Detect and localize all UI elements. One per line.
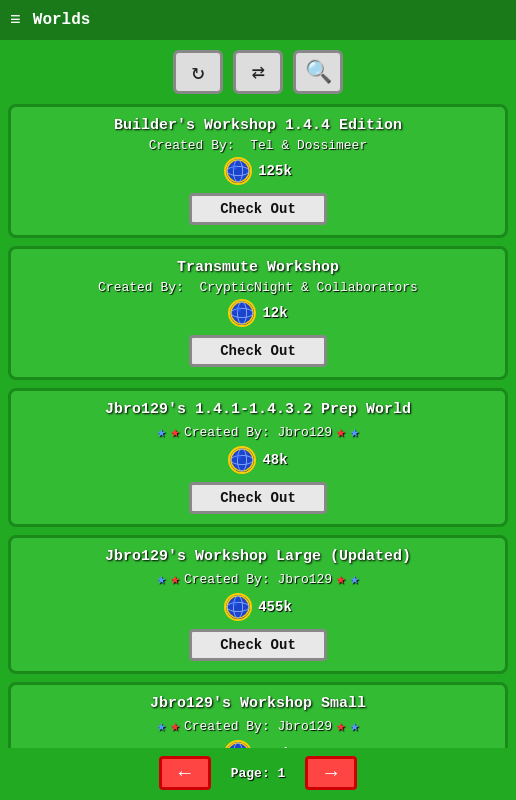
next-page-button[interactable]: →: [305, 756, 357, 790]
star-red-5a: ★: [170, 716, 180, 736]
prev-page-button[interactable]: ←: [159, 756, 211, 790]
star-blue-5b: ★: [350, 716, 360, 736]
header-bar: ≡ Worlds: [0, 0, 516, 40]
star-red-4b: ★: [336, 569, 346, 589]
search-button[interactable]: 🔍: [293, 50, 343, 94]
world-size-row-3: 48k: [228, 446, 287, 474]
star-row-4: ★ ★ Created By: Jbro129 ★ ★: [157, 569, 360, 589]
star-blue-4a: ★: [157, 569, 167, 589]
checkout-button-3[interactable]: Check Out: [189, 482, 327, 514]
star-blue-3a: ★: [157, 422, 167, 442]
svg-point-11: [236, 454, 242, 460]
world-title-3: Jbro129's 1.4.1-1.4.3.2 Prep World: [105, 401, 411, 418]
menu-icon[interactable]: ≡: [10, 10, 21, 30]
star-red-3b: ★: [336, 422, 346, 442]
world-creator-2: Created By: CrypticNight & Collaborators: [98, 280, 418, 295]
globe-icon-4: [224, 593, 252, 621]
prev-arrow-icon: ←: [179, 762, 191, 785]
world-size-4: 455k: [258, 599, 292, 615]
world-size-3: 48k: [262, 452, 287, 468]
world-creator-3: Created By: Jbro129: [184, 425, 332, 440]
world-title-5: Jbro129's Workshop Small: [150, 695, 366, 712]
star-red-3a: ★: [170, 422, 180, 442]
checkout-button-1[interactable]: Check Out: [189, 193, 327, 225]
world-card-3: Jbro129's 1.4.1-1.4.3.2 Prep World ★ ★ C…: [8, 388, 508, 527]
world-title-4: Jbro129's Workshop Large (Updated): [105, 548, 411, 565]
world-card-1: Builder's Workshop 1.4.4 Edition Created…: [8, 104, 508, 238]
world-card-4: Jbro129's Workshop Large (Updated) ★ ★ C…: [8, 535, 508, 674]
star-red-5b: ★: [336, 716, 346, 736]
svg-point-3: [232, 165, 238, 171]
world-size-2: 12k: [262, 305, 287, 321]
globe-svg-5: [226, 741, 250, 748]
page-label: Page: 1: [231, 766, 286, 781]
globe-icon-1: [224, 157, 252, 185]
globe-icon-2: [228, 299, 256, 327]
world-size-row-2: 12k: [228, 299, 287, 327]
world-list: Builder's Workshop 1.4.4 Edition Created…: [0, 100, 516, 748]
star-blue-5a: ★: [157, 716, 167, 736]
shuffle-button[interactable]: ⇄: [233, 50, 283, 94]
checkout-button-4[interactable]: Check Out: [189, 629, 327, 661]
svg-point-7: [236, 307, 242, 313]
world-creator-1: Created By: Tel & Dossimeer: [149, 138, 367, 153]
toolbar: ↻ ⇄ 🔍: [0, 40, 516, 100]
globe-svg-3: [230, 447, 254, 473]
svg-point-15: [232, 601, 238, 607]
globe-svg-1: [226, 158, 250, 184]
world-creator-4: Created By: Jbro129: [184, 572, 332, 587]
world-size-1: 125k: [258, 163, 292, 179]
refresh-button[interactable]: ↻: [173, 50, 223, 94]
svg-point-0: [227, 160, 249, 182]
star-row-5: ★ ★ Created By: Jbro129 ★ ★: [157, 716, 360, 736]
shuffle-icon: ⇄: [251, 59, 264, 86]
refresh-icon: ↻: [191, 59, 204, 86]
app-title: Worlds: [33, 11, 91, 29]
globe-icon-3: [228, 446, 256, 474]
star-row-3: ★ ★ Created By: Jbro129 ★ ★: [157, 422, 360, 442]
svg-point-8: [231, 449, 253, 471]
checkout-button-2[interactable]: Check Out: [189, 335, 327, 367]
world-size-row-5: 126k: [224, 740, 292, 748]
svg-point-12: [227, 596, 249, 618]
world-creator-5: Created By: Jbro129: [184, 719, 332, 734]
star-red-4a: ★: [170, 569, 180, 589]
world-card-5: Jbro129's Workshop Small ★ ★ Created By:…: [8, 682, 508, 748]
star-blue-3b: ★: [350, 422, 360, 442]
globe-svg-4: [226, 594, 250, 620]
world-title-2: Transmute Workshop: [177, 259, 339, 276]
search-icon: 🔍: [305, 59, 332, 86]
star-blue-4b: ★: [350, 569, 360, 589]
world-size-row-1: 125k: [224, 157, 292, 185]
world-size-row-4: 455k: [224, 593, 292, 621]
globe-svg-2: [230, 300, 254, 326]
world-title-1: Builder's Workshop 1.4.4 Edition: [114, 117, 402, 134]
world-card-2: Transmute Workshop Created By: CrypticNi…: [8, 246, 508, 380]
next-arrow-icon: →: [325, 762, 337, 785]
pagination-footer: ← Page: 1 →: [0, 748, 516, 800]
svg-point-4: [231, 302, 253, 324]
globe-icon-5: [224, 740, 252, 748]
